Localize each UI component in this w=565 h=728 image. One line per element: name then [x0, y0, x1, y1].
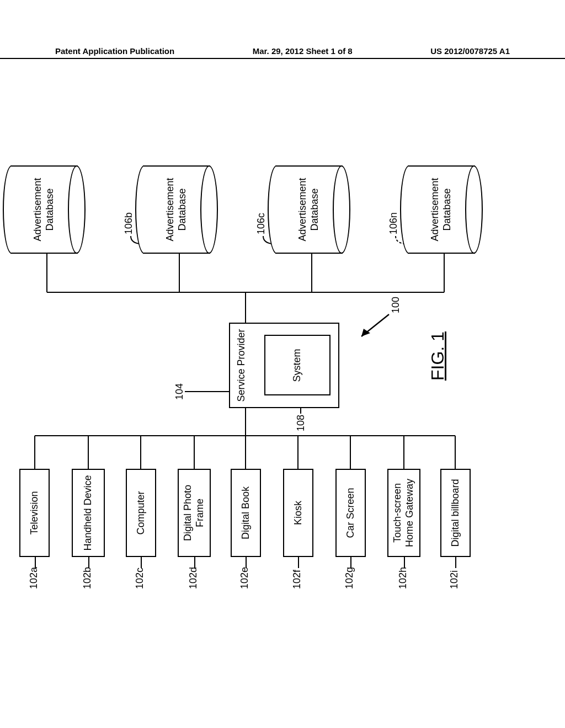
system-label: System: [291, 349, 303, 382]
device-photo-frame: Digital Photo Frame: [178, 469, 211, 557]
database-106n: Advertisement Database: [400, 165, 483, 254]
ref-102d: 102d: [188, 567, 199, 589]
ref-102g: 102g: [344, 567, 355, 589]
device-kiosk: Kiosk: [283, 469, 313, 557]
ref-108: 108: [295, 415, 307, 431]
leader-102f: [298, 557, 299, 568]
device-billboard: Digital billboard: [440, 469, 471, 557]
ref-102c: 102c: [134, 568, 146, 589]
header-center: Mar. 29, 2012 Sheet 1 of 8: [253, 46, 353, 56]
figure-caption: FIG. 1: [428, 331, 448, 381]
service-provider-block: Service Provider System: [229, 323, 339, 408]
ref-104: 104: [174, 383, 185, 400]
ref-102h: 102h: [397, 567, 409, 589]
database-106b: Advertisement Database: [135, 165, 218, 254]
ref-106b: 106b: [123, 212, 135, 234]
service-provider-label: Service Provider: [236, 329, 248, 402]
header-right: US 2012/0078725 A1: [430, 46, 510, 56]
database-106a: Advertisement Database: [3, 165, 86, 254]
device-computer: Computer: [126, 469, 156, 557]
ref-102b: 102b: [82, 567, 93, 589]
database-106c: Advertisement Database: [268, 165, 350, 254]
leader-102d: [194, 557, 195, 568]
device-digital-book: Digital Book: [231, 469, 261, 557]
device-handheld: Handheld Device: [72, 469, 105, 557]
ref-106a: 106a: [0, 212, 2, 234]
leader-102e: [246, 557, 247, 568]
ref-102i: 102i: [449, 570, 460, 589]
device-home-gateway: Touch-screen Home Gateway: [387, 469, 420, 557]
leader-102i: [455, 557, 456, 568]
ref-102a: 102a: [28, 567, 40, 589]
ref-106n: 106n: [388, 212, 399, 234]
ref-102f: 102f: [291, 570, 303, 589]
ref-100: 100: [390, 297, 402, 313]
ref-102e: 102e: [239, 567, 250, 589]
header-left: Patent Application Publication: [55, 46, 174, 56]
page-header: Patent Application Publication Mar. 29, …: [0, 46, 565, 59]
leader-102c: [141, 557, 142, 568]
system-block: System: [264, 335, 331, 396]
device-car-screen: Car Screen: [335, 469, 366, 557]
leader-102a: [35, 557, 36, 568]
figure-1-diagram: Television 102a Handheld Device 102b Com…: [8, 160, 560, 579]
device-television: Television: [19, 469, 50, 557]
leader-102h: [404, 557, 405, 568]
leader-102g: [350, 557, 351, 568]
leader-102b: [88, 557, 89, 568]
ref-106c: 106c: [255, 213, 267, 234]
